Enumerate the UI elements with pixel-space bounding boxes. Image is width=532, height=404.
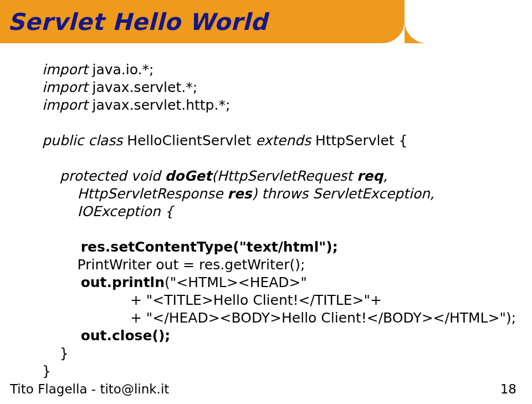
txt-l15: } [42,363,51,379]
kw-import-3: import [42,97,88,113]
kw-import-1: import [42,62,88,78]
txt-l10: out.println [42,274,165,290]
txt-l8: res.setContentType("text/html"); [42,239,338,255]
txt-l4b: HelloClientServlet [122,132,255,149]
kw-protected-void: protected void [42,168,165,184]
kw-throws: throws [262,186,308,202]
txt-l13: out.close(); [42,328,170,344]
txt-l5e: , [383,168,387,184]
kw-public-class: public class [42,132,122,149]
code-block: import java.io.*; import javax.servlet.*… [42,61,499,380]
txt-l7: IOException { [42,203,174,219]
kw-import-2: import [42,79,88,95]
txt-l2b: javax.servlet.*; [88,79,198,95]
txt-l10b: ("<HTML><HEAD>" [165,274,307,290]
kw-extends: extends [255,132,311,149]
txt-l6e: ServletException, [308,186,434,202]
txt-l3b: javax.servlet.http.*; [88,97,231,113]
param-req: req [357,168,383,184]
param-res: res [227,186,252,202]
footer-author: Tito Flagella - tito@link.it [10,382,169,396]
txt-l11: + "<TITLE>Hello Client!</TITLE>"+ [42,292,382,308]
txt-l1b: java.io.*; [88,62,154,78]
indent-l9 [42,257,78,273]
txt-l6a: HttpServletResponse [42,186,227,202]
method-doget: doGet [165,168,212,184]
txt-l5c: (HttpServletRequest [212,168,357,184]
txt-l6c: ) [252,186,262,202]
txt-l9b: PrintWriter out = res.getWriter(); [78,257,305,273]
slide-title: Servlet Hello World [8,8,268,35]
txt-l4d: HttpServlet { [311,132,408,149]
txt-l12: + "</HEAD><BODY>Hello Client!</BODY></HT… [42,310,516,326]
footer-page-number: 18 [500,382,516,396]
title-banner: Servlet Hello World [0,0,405,43]
txt-l14: } [42,345,69,361]
slide-footer: Tito Flagella - tito@link.it 18 [10,382,516,396]
